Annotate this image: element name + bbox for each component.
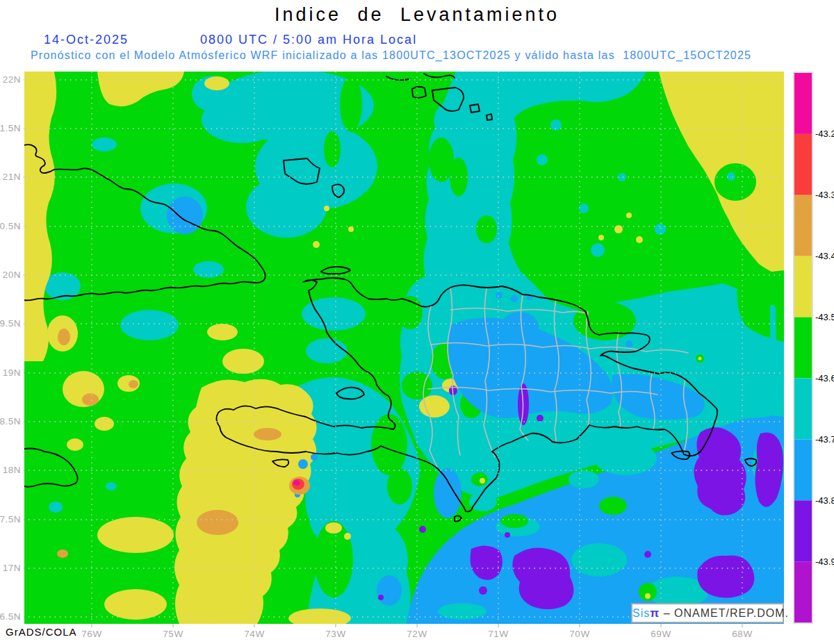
org-label: – ONAMET/REP.DOM. xyxy=(660,607,789,619)
lifted-index-field xyxy=(24,69,788,628)
lon-label: 73W xyxy=(325,629,345,639)
lat-label: 0.5N xyxy=(0,221,21,231)
lat-label: 8.5N xyxy=(0,416,21,427)
lat-label: 19N xyxy=(3,368,21,378)
x-axis-longitude: 76W 75W 74W 73W 72W 71W 70W 69W 68W xyxy=(81,624,752,639)
colorbar-label: -43.2 xyxy=(815,129,834,139)
colorbar-label: -43.7 xyxy=(815,434,834,445)
colorbar-label: -43.5 xyxy=(815,312,834,322)
colorbar-segment xyxy=(794,561,812,622)
lat-label: 1.5N xyxy=(0,123,21,133)
lat-label: 22N xyxy=(3,74,21,85)
lat-label: 17N xyxy=(3,563,21,573)
colorbar-label: -43.3 xyxy=(815,190,834,200)
lat-label: 20N xyxy=(3,270,21,280)
sis-label: Sis xyxy=(632,607,650,619)
lat-label: 7.5N xyxy=(0,514,21,525)
weather-map-page: Indice de Levantamiento 14-Oct-2025 0800… xyxy=(0,0,834,644)
colorbar-segment xyxy=(794,73,812,134)
colorbar-segment xyxy=(794,379,812,440)
lat-label: 21N xyxy=(3,172,21,182)
lat-label: 18N xyxy=(3,465,21,475)
colorbar-segment xyxy=(794,317,812,379)
y-axis-latitude: 22N 1.5N 21N 0.5N 20N 9.5N 19N 8.5N 18N … xyxy=(0,74,21,622)
colorbar-segment xyxy=(794,500,812,561)
colorbar-label: -43.6 xyxy=(815,373,834,383)
colorbar-segment xyxy=(794,256,812,317)
colorbar-label: -43.8 xyxy=(815,495,834,506)
colorbar: -43.2 -43.3 -43.4 -43.5 -43.6 -43.7 -43.… xyxy=(794,72,834,623)
pi-symbol: π xyxy=(650,606,660,620)
lon-label: 68W xyxy=(732,629,752,639)
lon-label: 75W xyxy=(163,629,183,639)
lon-label: 76W xyxy=(81,629,101,639)
lon-label: 72W xyxy=(407,629,427,639)
colorbar-segment xyxy=(794,439,812,500)
lat-label: 6.5N xyxy=(0,611,21,622)
onamet-branding-box: Sisπ – ONAMET/REP.DOM. xyxy=(631,603,784,623)
map-figure: 22N 1.5N 21N 0.5N 20N 9.5N 19N 8.5N 18N … xyxy=(0,0,834,644)
lon-label: 71W xyxy=(488,629,508,639)
colorbar-label: -43.9 xyxy=(815,556,834,567)
lat-label: 9.5N xyxy=(0,318,21,329)
lon-label: 70W xyxy=(569,629,589,639)
colorbar-label: -43.4 xyxy=(815,251,834,261)
grads-credit: GrADS/COLA xyxy=(6,626,77,638)
lon-label: 74W xyxy=(244,629,264,639)
colorbar-segment xyxy=(794,134,812,195)
colorbar-segment xyxy=(794,195,812,256)
lon-label: 69W xyxy=(651,629,671,639)
